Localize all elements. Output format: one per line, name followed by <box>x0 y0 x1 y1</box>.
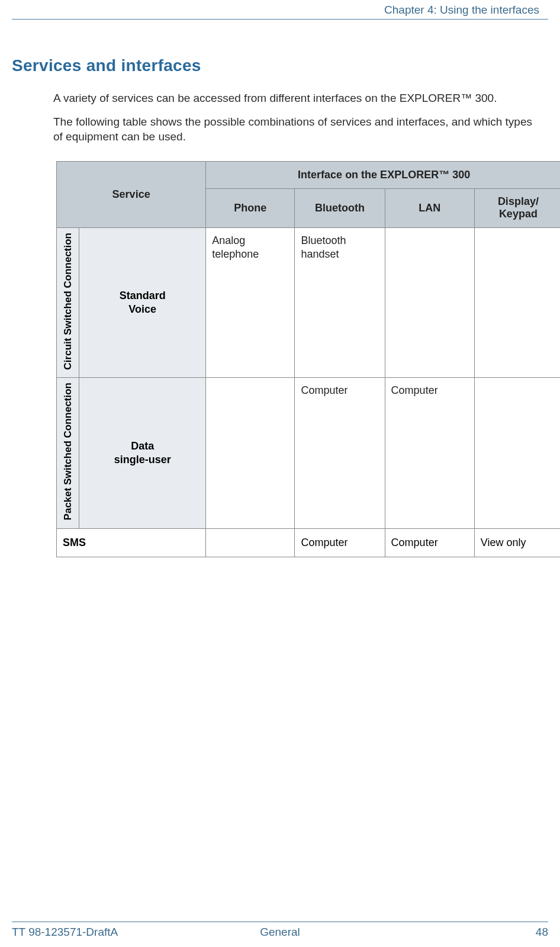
paragraph-1: A variety of services can be accessed fr… <box>53 91 539 106</box>
section-title: Services and interfaces <box>12 56 548 75</box>
th-display-keypad: Display/ Keypad <box>474 188 560 227</box>
chapter-title: Chapter 4: Using the interfaces <box>384 4 539 16</box>
table-row: Circuit Switched Connection Standard Voi… <box>57 227 561 377</box>
page-footer: TT 98-123571-DraftA General 48 <box>12 922 548 939</box>
category-label: Circuit Switched Connection <box>62 228 74 374</box>
paragraph-2: The following table shows the possible c… <box>53 114 539 145</box>
service-standard-voice: Standard Voice <box>79 227 206 377</box>
cell-display <box>474 227 560 377</box>
cell-lan <box>385 227 474 377</box>
category-packet-switched: Packet Switched Connection <box>57 378 79 528</box>
cell-display <box>474 378 560 528</box>
service-data-single-user: Data single-user <box>79 378 206 528</box>
th-lan: LAN <box>385 188 474 227</box>
th-bluetooth: Bluetooth <box>295 188 385 227</box>
category-label: Packet Switched Connection <box>62 378 74 525</box>
cell-phone: Analog telephone <box>206 227 295 377</box>
cell-lan: Computer <box>385 378 474 528</box>
services-interfaces-table: Service Interface on the EXPLORER™ 300 P… <box>56 161 560 557</box>
page-header: Chapter 4: Using the interfaces <box>12 0 548 20</box>
cell-phone <box>206 378 295 528</box>
footer-doc-id: TT 98-123571-DraftA <box>12 926 118 939</box>
cell-display: View only <box>474 528 560 557</box>
th-service: Service <box>57 161 206 227</box>
footer-page-number: 48 <box>536 926 548 939</box>
th-interface-span: Interface on the EXPLORER™ 300 <box>206 161 560 188</box>
cell-lan: Computer <box>385 528 474 557</box>
category-circuit-switched: Circuit Switched Connection <box>57 227 79 377</box>
cell-bluetooth: Computer <box>295 528 385 557</box>
services-table-wrap: Service Interface on the EXPLORER™ 300 P… <box>56 161 539 557</box>
table-row: Packet Switched Connection Data single-u… <box>57 378 561 528</box>
cell-bluetooth: Computer <box>295 378 385 528</box>
section-body: A variety of services can be accessed fr… <box>53 91 539 145</box>
service-sms: SMS <box>57 528 206 557</box>
footer-section: General <box>260 926 300 939</box>
th-phone: Phone <box>206 188 295 227</box>
table-row: SMS Computer Computer View only <box>57 528 561 557</box>
cell-bluetooth: Bluetooth handset <box>295 227 385 377</box>
cell-phone <box>206 528 295 557</box>
